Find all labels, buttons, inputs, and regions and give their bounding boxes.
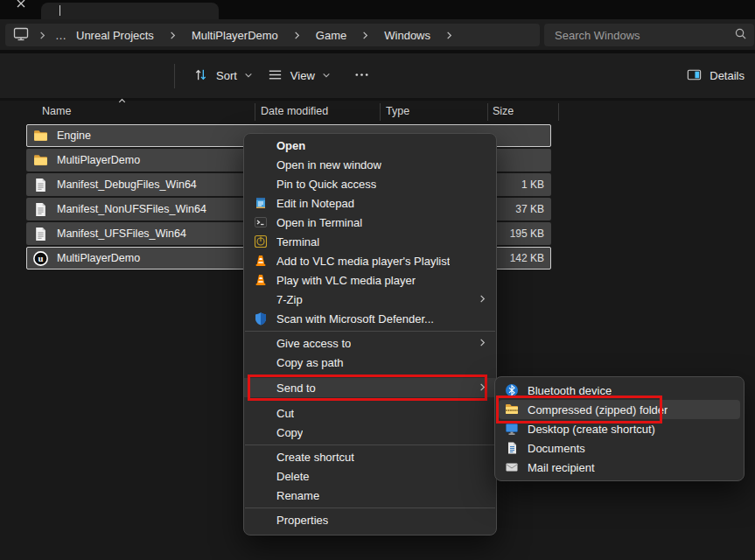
chevron-right-icon[interactable]: [168, 31, 178, 40]
chevron-right-icon[interactable]: [292, 31, 302, 40]
menu-item-pin-to-quick-access[interactable]: Pin to Quick access: [244, 174, 496, 193]
menu-item-desktop-create-shortcut[interactable]: Desktop (create shortcut): [495, 419, 744, 438]
menu-item-label: Pin to Quick access: [276, 178, 376, 191]
breadcrumb-segments: Unreal ProjectsMultiPlayerDemoGameWindow…: [76, 29, 454, 42]
document-icon: [33, 202, 48, 217]
folder-icon: [33, 129, 48, 144]
menu-item-label: Send to: [276, 382, 316, 395]
more-options-button[interactable]: [346, 61, 378, 91]
defender-icon: [254, 312, 268, 326]
menu-item-cut[interactable]: Cut: [244, 403, 496, 423]
no-icon: [254, 158, 268, 172]
folder-icon: [33, 153, 48, 168]
no-icon: [254, 406, 268, 420]
breadcrumb: … Unreal ProjectsMultiPlayerDemoGameWind…: [5, 24, 540, 46]
file-name: MultiPlayerDemo: [57, 154, 140, 166]
desktop-icon: [505, 422, 519, 436]
column-divider[interactable]: [380, 103, 381, 121]
column-header-size[interactable]: Size: [493, 105, 514, 117]
file-size: 37 KB: [515, 203, 551, 215]
menu-item-label: 7-Zip: [276, 293, 303, 306]
column-header-date-modified[interactable]: Date modified: [261, 105, 328, 117]
menu-item-label: Give access to: [276, 337, 351, 350]
share-button[interactable]: [88, 61, 120, 91]
vlc-icon: [254, 273, 268, 287]
menu-item-7-zip[interactable]: 7-Zip: [244, 290, 496, 309]
file-size: 1 KB: [521, 178, 551, 191]
sort-label: Sort: [214, 69, 239, 82]
menu-item-mail-recipient[interactable]: Mail recipient: [495, 458, 744, 477]
terminal-icon: [254, 215, 268, 229]
chevron-right-icon[interactable]: [444, 31, 454, 40]
sort-icon: [192, 66, 209, 86]
column-divider[interactable]: [558, 103, 559, 121]
address-bar: … Unreal ProjectsMultiPlayerDemoGameWind…: [0, 19, 755, 50]
chevron-down-icon: [322, 69, 331, 82]
file-size: 195 KB: [510, 228, 551, 240]
menu-item-give-access-to[interactable]: Give access to: [244, 333, 496, 353]
menu-item-create-shortcut[interactable]: Create shortcut: [244, 447, 496, 466]
details-pane-button[interactable]: Details: [681, 61, 750, 91]
menu-item-bluetooth-device[interactable]: Bluetooth device: [495, 381, 744, 400]
chevron-down-icon: [244, 69, 253, 82]
breadcrumb-segment[interactable]: Windows: [384, 29, 430, 42]
chevron-right-icon[interactable]: [360, 31, 370, 40]
file-name: MultiPlayerDemo: [57, 252, 140, 264]
unreal-icon: u: [33, 251, 48, 266]
close-icon[interactable]: [14, 0, 28, 10]
submenu-arrow-icon: [478, 382, 487, 395]
no-icon: [254, 488, 268, 502]
sort-button[interactable]: Sort: [185, 61, 260, 91]
menu-item-send-to[interactable]: Send to: [244, 378, 496, 397]
breadcrumb-segment[interactable]: MultiPlayerDemo: [192, 29, 278, 42]
menu-item-copy-as-path[interactable]: Copy as path: [244, 353, 496, 372]
menu-item-scan-with-microsoft-defender[interactable]: Scan with Microsoft Defender...: [244, 309, 496, 328]
this-pc-icon[interactable]: [12, 25, 30, 46]
submenu-arrow-icon: [478, 337, 487, 350]
menu-item-compressed-zipped-folder[interactable]: Compressed (zipped) folder: [499, 400, 740, 419]
menu-item-open-in-new-window[interactable]: Open in new window: [244, 155, 496, 174]
menu-item-edit-in-notepad[interactable]: Edit in Notepad: [244, 193, 496, 213]
breadcrumb-segment[interactable]: Unreal Projects: [76, 29, 154, 42]
menu-item-add-to-vlc-media-player-s-playlist[interactable]: Add to VLC media player's Playlist: [244, 251, 496, 270]
menu-item-play-with-vlc-media-player[interactable]: Play with VLC media player: [244, 270, 496, 290]
no-icon: [254, 450, 268, 464]
chevron-right-icon[interactable]: [38, 31, 47, 40]
view-button[interactable]: View: [260, 61, 338, 91]
more-icon: [353, 66, 370, 86]
command-toolbar: A Sort View: [0, 53, 755, 98]
column-header-type[interactable]: Type: [386, 105, 409, 117]
paste-button[interactable]: [4, 61, 36, 91]
search-input[interactable]: Search Windows: [544, 24, 754, 46]
menu-item-delete[interactable]: Delete: [244, 466, 496, 486]
menu-item-documents[interactable]: Documents: [495, 438, 744, 458]
column-header-name[interactable]: Name: [42, 105, 71, 117]
vlc-icon: [254, 254, 268, 268]
menu-item-copy[interactable]: Copy: [244, 423, 496, 442]
column-divider[interactable]: [255, 103, 255, 121]
breadcrumb-ellipsis[interactable]: …: [55, 29, 68, 42]
menu-item-terminal[interactable]: Terminal: [244, 232, 496, 251]
zip-folder-icon: [505, 402, 519, 416]
rename-button[interactable]: A: [46, 61, 78, 91]
menu-item-open[interactable]: Open: [244, 136, 496, 155]
send-to-submenu: Bluetooth deviceCompressed (zipped) fold…: [494, 376, 745, 481]
search-placeholder: Search Windows: [555, 29, 734, 42]
file-action-buttons: A: [4, 61, 162, 91]
no-icon: [254, 355, 268, 369]
explorer-tab[interactable]: [41, 3, 219, 19]
breadcrumb-segment[interactable]: Game: [316, 29, 346, 42]
terminal-app-icon: [254, 234, 268, 248]
column-divider[interactable]: [487, 103, 488, 121]
search-icon[interactable]: [734, 27, 747, 44]
menu-item-label: Mail recipient: [528, 461, 595, 474]
menu-item-label: Edit in Notepad: [276, 197, 354, 210]
menu-item-label: Create shortcut: [276, 451, 354, 464]
menu-item-properties[interactable]: Properties: [244, 510, 496, 529]
menu-item-open-in-terminal[interactable]: Open in Terminal: [244, 213, 496, 232]
file-explorer-window: … Unreal ProjectsMultiPlayerDemoGameWind…: [0, 0, 755, 560]
delete-button[interactable]: [130, 61, 162, 91]
svg-text:u: u: [38, 254, 44, 263]
menu-item-label: Open in new window: [276, 158, 381, 172]
menu-item-rename[interactable]: Rename: [244, 486, 496, 505]
